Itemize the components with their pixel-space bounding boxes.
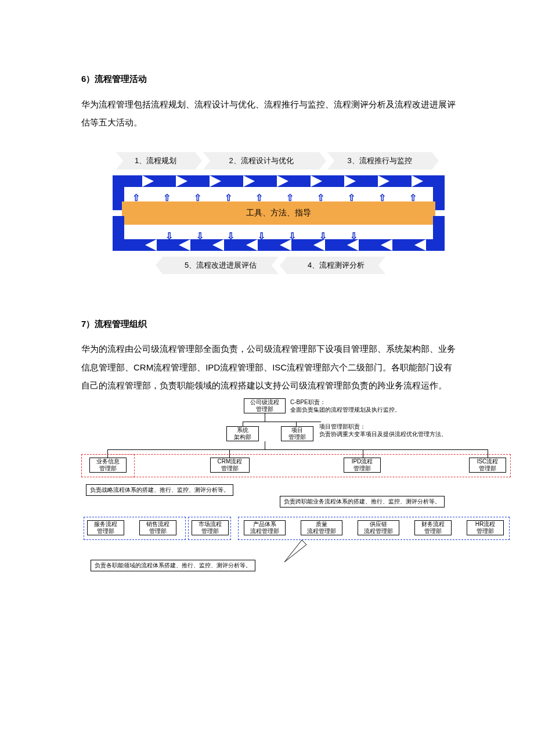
org-box-proj-mgmt: 项目 管理部 [281, 426, 313, 441]
callout-strategy: 负责战略流程体系的搭建、推行、监控、测评分析等。 [86, 484, 233, 496]
process-activity-diagram: 1、流程规划 2、流程设计与优化 3、流程推行与监控 ⇧⇧⇧ ⇧⇧⇧ ⇧⇧⇧⇧ … [116, 152, 441, 274]
org-desc-pm: 项目管理部职责： 负责协调重大变革项目及提供流程优化管理方法。 [319, 423, 447, 438]
org-desc-cbpe: C-BPE职责： 全面负责集团的流程管理规划及执行监控。 [290, 398, 400, 413]
org-box-isc: ISC流程 管理部 [469, 458, 506, 473]
flow-arrow-top-heads [142, 175, 423, 187]
section-7-paragraph: 华为的流程由公司级流程管理部全面负责，公司级流程管理部下设项目管理部、系统架构部… [81, 340, 456, 395]
step-3-chevron: 3、流程推行与监控 [327, 152, 432, 170]
step-1-chevron: 1、流程规划 [116, 152, 195, 170]
callout-cross-func: 负责跨职能业务流程体系的搭建、推行、监控、测评分析等。 [280, 496, 445, 507]
org-chart-diagram: 公司级流程 管理部 C-BPE职责： 全面负责集团的流程管理规划及执行监控。 系… [81, 398, 517, 578]
callout-pointer-icon [284, 540, 308, 563]
org-box-company-pm: 公司级流程 管理部 [244, 398, 286, 413]
org-box-ipd: IPD流程 管理部 [344, 458, 381, 473]
callout-functional: 负责各职能领域的流程体系搭建、推行、监控、测评分析等。 [91, 560, 255, 571]
svg-marker-0 [284, 540, 306, 562]
step-2-chevron: 2、流程设计与优化 [203, 152, 319, 170]
org-box-crm: CRM流程 管理部 [210, 458, 250, 473]
section-7-heading: 7）流程管理组织 [81, 315, 456, 333]
step-4-chevron: 4、流程测评分析 [287, 257, 385, 274]
tools-methods-bar: 工具、方法、指导 [122, 201, 435, 225]
section-6-heading: 6）流程管理活动 [81, 70, 456, 88]
flow-arrow-bottom-heads [145, 239, 426, 251]
section-6-paragraph: 华为流程管理包括流程规划、流程设计与优化、流程推行与监控、流程测评分析及流程改进… [81, 95, 456, 132]
org-box-sys-arch: 系统 架构部 [226, 426, 259, 441]
step-5-chevron: 5、流程改进进展评估 [163, 257, 279, 274]
